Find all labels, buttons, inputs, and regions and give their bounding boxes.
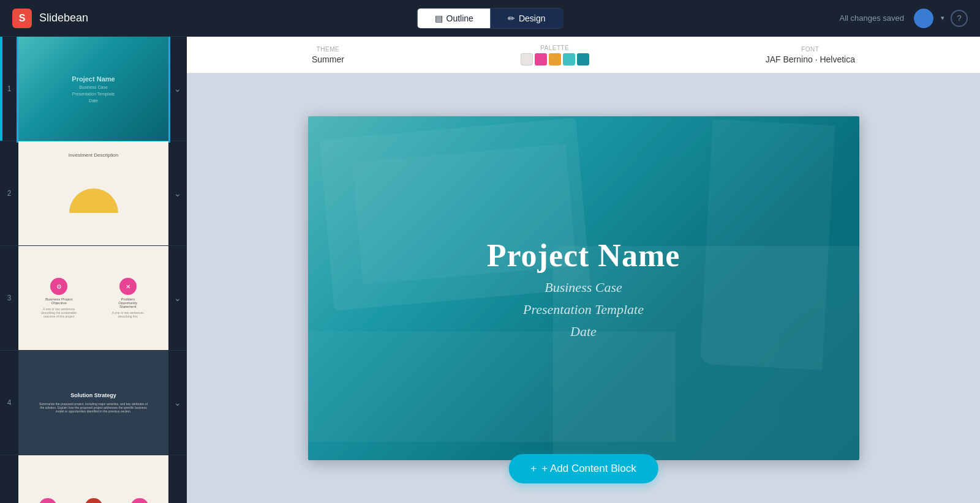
nav-right: All changes saved ▾ ?: [839, 9, 968, 28]
logo-mark: S: [12, 9, 32, 28]
slide2-chevron[interactable]: ⌄: [168, 188, 187, 198]
saved-text: All changes saved: [839, 13, 904, 23]
right-panel: THEME Summer PALETTE FONT JAF Bernino · …: [187, 37, 980, 503]
slide5-icon-1: ⚙: [39, 498, 57, 503]
plus-icon: +: [530, 463, 537, 475]
slide-thumb-5[interactable]: ⚙ ✕ ⊙: [18, 455, 168, 503]
design-toolbar: THEME Summer PALETTE FONT JAF Bernino · …: [187, 37, 980, 73]
slide3-icon-1: ⚙: [50, 278, 67, 295]
swatch-2[interactable]: [535, 53, 547, 65]
avatar[interactable]: [914, 9, 933, 28]
canvas-area: Project Name Business Case Presentation …: [187, 73, 980, 503]
slide3-circle-1: ⚙ Business Project Objective A one or tw…: [40, 278, 77, 318]
active-indicator: [0, 37, 2, 141]
slide3-circle-2: ✕ Problem Opportunity Statement A one or…: [110, 278, 146, 318]
main-content: 1 Project Name Business Case Presentatio…: [0, 37, 980, 503]
slide3-desc-2: A one or two sentences describing this: [110, 311, 146, 318]
canvas-content: Project Name Business Case Presentation …: [308, 116, 859, 460]
font-label: FONT: [801, 46, 819, 53]
font-section: FONT JAF Bernino · Helvetica: [766, 46, 855, 64]
slide3-icon-2: ✕: [119, 278, 137, 295]
swatch-1[interactable]: [521, 53, 533, 65]
slide-number-2: 2: [0, 189, 18, 198]
slide3-label-1: Business Project Objective: [43, 297, 74, 305]
slide-number-4: 4: [0, 398, 18, 407]
slide-item-4[interactable]: 4 Solution Strategy Summarize the propos…: [0, 351, 187, 455]
palette-section: PALETTE: [521, 45, 589, 65]
swatch-4[interactable]: [563, 53, 575, 65]
canvas-date[interactable]: Date: [570, 324, 597, 340]
slide-thumb-1[interactable]: Project Name Business Case Presentation …: [18, 37, 168, 141]
slide4-desc-thumb: Summarize the proposed project, includin…: [39, 402, 149, 413]
slide-panel: 1 Project Name Business Case Presentatio…: [0, 37, 187, 503]
nav-center: ▤ Outline ✏ Design: [417, 8, 564, 29]
tab-group: ▤ Outline ✏ Design: [417, 8, 564, 29]
slide-item-1[interactable]: 1 Project Name Business Case Presentatio…: [0, 37, 187, 141]
nav-left: S Slidebean: [12, 9, 88, 28]
design-label: Design: [519, 13, 546, 23]
slide3-chevron[interactable]: ⌄: [168, 293, 187, 303]
pencil-icon: ✏: [508, 13, 515, 23]
canvas-subtitle[interactable]: Business Case: [545, 280, 622, 296]
slide-thumb-4[interactable]: Solution Strategy Summarize the proposed…: [18, 351, 168, 455]
top-nav: S Slidebean ▶ Play ▤ Outline ✏ Design Al…: [0, 0, 980, 37]
outline-label: Outline: [447, 13, 473, 23]
slide-number-3: 3: [0, 294, 18, 302]
tab-design[interactable]: ✏ Design: [491, 9, 563, 28]
outline-icon: ▤: [435, 13, 443, 23]
slide4-chevron[interactable]: ⌄: [168, 398, 187, 408]
slide-number-1: 1: [0, 84, 18, 93]
slide-canvas[interactable]: Project Name Business Case Presentation …: [308, 116, 859, 460]
add-content-button[interactable]: + + Add Content Block: [508, 454, 658, 483]
tab-outline[interactable]: ▤ Outline: [418, 9, 491, 28]
slide-item-2[interactable]: 2 Investment Description ⌄: [0, 141, 187, 246]
slide-item-3[interactable]: 3 ⚙ Business Project Objective A one or …: [0, 246, 187, 351]
slide5-icon-2: ✕: [85, 498, 103, 503]
slide-thumb-2[interactable]: Investment Description: [18, 141, 168, 245]
add-content-label: + Add Content Block: [541, 463, 636, 475]
slide2-arc: [69, 188, 118, 213]
swatch-5[interactable]: [577, 53, 589, 65]
chevron-down-icon[interactable]: ▾: [941, 14, 944, 22]
help-button[interactable]: ?: [951, 10, 968, 27]
slide3-label-2: Problem Opportunity Statement: [113, 297, 143, 308]
app-name: Slidebean: [39, 12, 88, 24]
slide2-title-thumb: Investment Description: [69, 152, 118, 158]
swatch-3[interactable]: [549, 53, 561, 65]
theme-value[interactable]: Summer: [312, 54, 344, 64]
font-value[interactable]: JAF Bernino · Helvetica: [766, 54, 855, 64]
slide5-icon-3: ⊙: [130, 498, 149, 503]
palette-swatches[interactable]: [521, 53, 589, 65]
slide-thumb-3[interactable]: ⚙ Business Project Objective A one or tw…: [18, 246, 168, 350]
theme-section: THEME Summer: [312, 46, 344, 64]
slide4-title-thumb: Solution Strategy: [70, 392, 116, 398]
slide-item-5[interactable]: 5 ⚙ ✕ ⊙ ⌄: [0, 455, 187, 503]
canvas-sub2[interactable]: Presentation Template: [523, 302, 644, 318]
canvas-title[interactable]: Project Name: [487, 237, 680, 274]
slide3-desc-1: A one or two sentences describing the su…: [40, 307, 77, 318]
palette-label: PALETTE: [540, 45, 569, 51]
theme-label: THEME: [317, 46, 340, 53]
slide1-chevron[interactable]: ⌄: [168, 84, 187, 94]
